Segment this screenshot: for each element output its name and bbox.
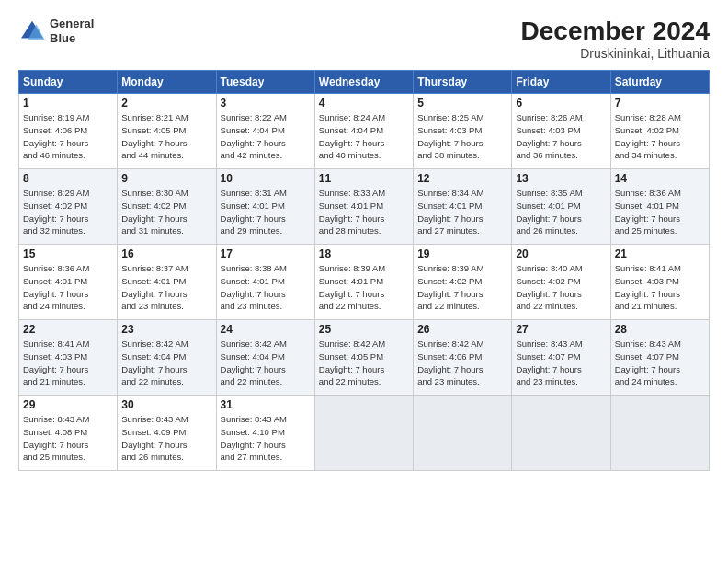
day-number: 13 <box>516 172 606 185</box>
cell-info: Sunrise: 8:41 AMSunset: 4:03 PMDaylight:… <box>23 338 113 388</box>
day-number: 21 <box>615 247 705 260</box>
table-row <box>610 396 709 471</box>
table-row: 10Sunrise: 8:31 AMSunset: 4:01 PMDayligh… <box>216 169 314 245</box>
location: Druskininkai, Lithuania <box>521 46 710 61</box>
table-row: 6Sunrise: 8:26 AMSunset: 4:03 PMDaylight… <box>512 94 610 169</box>
day-number: 3 <box>221 97 311 109</box>
day-number: 11 <box>319 172 409 185</box>
cell-info: Sunrise: 8:42 AMSunset: 4:04 PMDaylight:… <box>221 338 311 388</box>
cell-info: Sunrise: 8:22 AMSunset: 4:04 PMDaylight:… <box>221 111 311 162</box>
day-number: 17 <box>221 247 311 260</box>
cell-info: Sunrise: 8:43 AMSunset: 4:10 PMDaylight:… <box>221 413 311 464</box>
cell-info: Sunrise: 8:31 AMSunset: 4:01 PMDaylight:… <box>221 187 311 237</box>
table-row: 20Sunrise: 8:40 AMSunset: 4:02 PMDayligh… <box>512 245 610 320</box>
day-number: 19 <box>417 247 507 260</box>
day-number: 18 <box>319 247 409 260</box>
cell-info: Sunrise: 8:40 AMSunset: 4:02 PMDaylight:… <box>516 262 606 313</box>
cell-info: Sunrise: 8:43 AMSunset: 4:09 PMDaylight:… <box>121 413 211 464</box>
day-number: 25 <box>319 323 409 336</box>
table-row: 3Sunrise: 8:22 AMSunset: 4:04 PMDaylight… <box>216 94 314 169</box>
cell-info: Sunrise: 8:42 AMSunset: 4:05 PMDaylight:… <box>319 338 409 388</box>
day-number: 5 <box>417 97 507 109</box>
cell-info: Sunrise: 8:21 AMSunset: 4:05 PMDaylight:… <box>121 111 211 162</box>
cell-info: Sunrise: 8:28 AMSunset: 4:02 PMDaylight:… <box>615 111 705 162</box>
table-row: 24Sunrise: 8:42 AMSunset: 4:04 PMDayligh… <box>216 320 314 396</box>
cell-info: Sunrise: 8:39 AMSunset: 4:01 PMDaylight:… <box>319 262 409 313</box>
calendar-week-row: 22Sunrise: 8:41 AMSunset: 4:03 PMDayligh… <box>19 320 710 396</box>
day-number: 29 <box>23 398 113 411</box>
logo: General Blue <box>18 17 94 45</box>
logo-text: General Blue <box>50 17 94 45</box>
table-row: 1Sunrise: 8:19 AMSunset: 4:06 PMDaylight… <box>19 94 118 169</box>
month-year: December 2024 <box>521 17 710 46</box>
day-number: 30 <box>121 398 211 411</box>
table-row: 26Sunrise: 8:42 AMSunset: 4:06 PMDayligh… <box>414 320 512 396</box>
day-number: 1 <box>23 97 113 109</box>
calendar-week-row: 1Sunrise: 8:19 AMSunset: 4:06 PMDaylight… <box>19 94 710 169</box>
table-row <box>512 396 610 471</box>
cell-info: Sunrise: 8:25 AMSunset: 4:03 PMDaylight:… <box>417 111 507 162</box>
table-row: 29Sunrise: 8:43 AMSunset: 4:08 PMDayligh… <box>19 396 118 471</box>
cell-info: Sunrise: 8:42 AMSunset: 4:04 PMDaylight:… <box>121 338 211 388</box>
cell-info: Sunrise: 8:43 AMSunset: 4:07 PMDaylight:… <box>615 338 705 388</box>
cell-info: Sunrise: 8:38 AMSunset: 4:01 PMDaylight:… <box>221 262 311 313</box>
table-row: 28Sunrise: 8:43 AMSunset: 4:07 PMDayligh… <box>610 320 709 396</box>
table-row: 18Sunrise: 8:39 AMSunset: 4:01 PMDayligh… <box>314 245 413 320</box>
table-row: 7Sunrise: 8:28 AMSunset: 4:02 PMDaylight… <box>610 94 709 169</box>
table-row: 5Sunrise: 8:25 AMSunset: 4:03 PMDaylight… <box>414 94 512 169</box>
table-row <box>314 396 413 471</box>
table-row: 31Sunrise: 8:43 AMSunset: 4:10 PMDayligh… <box>216 396 314 471</box>
table-row: 4Sunrise: 8:24 AMSunset: 4:04 PMDaylight… <box>314 94 413 169</box>
logo-icon <box>18 17 46 45</box>
header: General Blue December 2024 Druskininkai,… <box>18 17 710 61</box>
table-row: 8Sunrise: 8:29 AMSunset: 4:02 PMDaylight… <box>19 169 118 245</box>
page: General Blue December 2024 Druskininkai,… <box>0 0 728 563</box>
table-row: 21Sunrise: 8:41 AMSunset: 4:03 PMDayligh… <box>610 245 709 320</box>
col-wednesday: Wednesday <box>314 71 413 94</box>
cell-info: Sunrise: 8:30 AMSunset: 4:02 PMDaylight:… <box>121 187 211 237</box>
calendar-week-row: 29Sunrise: 8:43 AMSunset: 4:08 PMDayligh… <box>19 396 710 471</box>
cell-info: Sunrise: 8:19 AMSunset: 4:06 PMDaylight:… <box>23 111 113 162</box>
day-number: 31 <box>221 398 311 411</box>
col-friday: Friday <box>512 71 610 94</box>
day-number: 22 <box>23 323 113 336</box>
table-row: 12Sunrise: 8:34 AMSunset: 4:01 PMDayligh… <box>414 169 512 245</box>
day-number: 4 <box>319 97 409 109</box>
cell-info: Sunrise: 8:37 AMSunset: 4:01 PMDaylight:… <box>121 262 211 313</box>
table-row: 15Sunrise: 8:36 AMSunset: 4:01 PMDayligh… <box>19 245 118 320</box>
cell-info: Sunrise: 8:36 AMSunset: 4:01 PMDaylight:… <box>615 187 705 237</box>
day-number: 9 <box>121 172 211 185</box>
cell-info: Sunrise: 8:33 AMSunset: 4:01 PMDaylight:… <box>319 187 409 237</box>
day-number: 2 <box>121 97 211 109</box>
day-number: 20 <box>516 247 606 260</box>
table-row: 13Sunrise: 8:35 AMSunset: 4:01 PMDayligh… <box>512 169 610 245</box>
cell-info: Sunrise: 8:34 AMSunset: 4:01 PMDaylight:… <box>417 187 507 237</box>
cell-info: Sunrise: 8:24 AMSunset: 4:04 PMDaylight:… <box>319 111 409 162</box>
day-number: 10 <box>221 172 311 185</box>
cell-info: Sunrise: 8:43 AMSunset: 4:08 PMDaylight:… <box>23 413 113 464</box>
day-number: 6 <box>516 97 606 109</box>
day-number: 26 <box>417 323 507 336</box>
calendar: Sunday Monday Tuesday Wednesday Thursday… <box>18 70 710 471</box>
day-number: 16 <box>121 247 211 260</box>
cell-info: Sunrise: 8:36 AMSunset: 4:01 PMDaylight:… <box>23 262 113 313</box>
col-monday: Monday <box>118 71 216 94</box>
col-thursday: Thursday <box>414 71 512 94</box>
day-number: 23 <box>121 323 211 336</box>
col-tuesday: Tuesday <box>216 71 314 94</box>
table-row: 16Sunrise: 8:37 AMSunset: 4:01 PMDayligh… <box>118 245 216 320</box>
day-number: 8 <box>23 172 113 185</box>
table-row: 27Sunrise: 8:43 AMSunset: 4:07 PMDayligh… <box>512 320 610 396</box>
table-row: 11Sunrise: 8:33 AMSunset: 4:01 PMDayligh… <box>314 169 413 245</box>
day-number: 15 <box>23 247 113 260</box>
calendar-week-row: 15Sunrise: 8:36 AMSunset: 4:01 PMDayligh… <box>19 245 710 320</box>
day-number: 7 <box>615 97 705 109</box>
calendar-week-row: 8Sunrise: 8:29 AMSunset: 4:02 PMDaylight… <box>19 169 710 245</box>
day-number: 27 <box>516 323 606 336</box>
cell-info: Sunrise: 8:41 AMSunset: 4:03 PMDaylight:… <box>615 262 705 313</box>
day-number: 14 <box>615 172 705 185</box>
cell-info: Sunrise: 8:29 AMSunset: 4:02 PMDaylight:… <box>23 187 113 237</box>
calendar-header-row: Sunday Monday Tuesday Wednesday Thursday… <box>19 71 710 94</box>
table-row: 2Sunrise: 8:21 AMSunset: 4:05 PMDaylight… <box>118 94 216 169</box>
table-row: 22Sunrise: 8:41 AMSunset: 4:03 PMDayligh… <box>19 320 118 396</box>
